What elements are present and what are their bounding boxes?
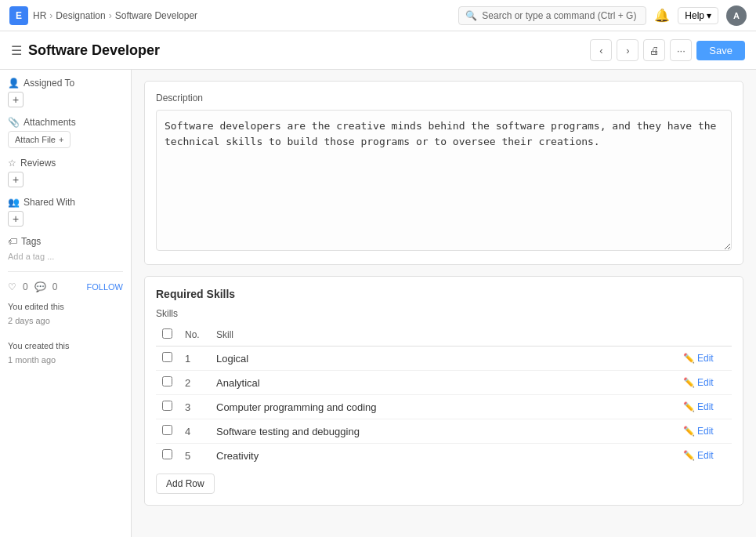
- page-header: ☰ Software Developer ‹ › 🖨 ··· Save: [0, 31, 756, 70]
- add-tag-placeholder[interactable]: Add a tag ...: [8, 252, 54, 261]
- table-row: 5 Creativity ✏️ Edit: [156, 444, 732, 468]
- row-checkbox[interactable]: [162, 425, 172, 435]
- row-no: 3: [179, 395, 210, 419]
- help-label: Help: [685, 10, 704, 21]
- breadcrumb: HR › Designation › Software Developer: [33, 10, 197, 21]
- follow-section: ♡ 0 💬 0 FOLLOW: [8, 278, 123, 292]
- activity-section: You edited this 2 days ago You created t…: [8, 300, 123, 367]
- skills-section-label: Skills: [156, 308, 732, 319]
- reviews-label: Reviews: [20, 158, 56, 169]
- row-skill: Creativity: [210, 444, 677, 468]
- pencil-icon: ✏️: [683, 401, 695, 412]
- main-content: Description Software developers are the …: [132, 70, 756, 537]
- description-label: Description: [156, 93, 732, 103]
- topnav: E HR › Designation › Software Developer …: [0, 0, 756, 31]
- sidebar-reviews: ☆ Reviews +: [8, 158, 123, 187]
- row-checkbox[interactable]: [162, 401, 172, 411]
- layout: 👤 Assigned To + 📎 Attachments Attach Fil…: [0, 70, 756, 537]
- row-checkbox-cell: [156, 347, 179, 371]
- description-textarea[interactable]: Software developers are the creative min…: [156, 110, 732, 251]
- sidebar-tags: 🏷 Tags Add a tag ...: [8, 236, 123, 262]
- th-checkbox: [156, 324, 179, 347]
- row-action: ✏️ Edit: [677, 347, 732, 371]
- menu-icon[interactable]: ☰: [11, 43, 22, 58]
- heart-icon: ♡: [8, 281, 16, 292]
- row-checkbox[interactable]: [162, 449, 172, 459]
- th-skill: Skill: [210, 324, 677, 347]
- add-assigned-button[interactable]: +: [8, 92, 24, 107]
- avatar[interactable]: A: [726, 5, 747, 26]
- page-title: Software Developer: [28, 42, 160, 59]
- search-box[interactable]: 🔍 Search or type a command (Ctrl + G): [458, 6, 646, 25]
- attach-file-label: Attach File: [15, 135, 56, 144]
- add-shared-button[interactable]: +: [8, 211, 24, 227]
- pencil-icon: ✏️: [683, 450, 695, 461]
- sidebar-divider: [8, 271, 123, 272]
- row-checkbox-cell: [156, 395, 179, 419]
- th-action: [677, 324, 732, 347]
- tag-icon: 🏷: [8, 236, 17, 247]
- add-row-button[interactable]: Add Row: [156, 474, 215, 494]
- add-review-button[interactable]: +: [8, 172, 24, 187]
- activity-time-2: 1 month ago: [8, 355, 56, 365]
- activity-action-2: You created this: [8, 341, 69, 350]
- edit-button[interactable]: ✏️ Edit: [683, 401, 714, 412]
- attachments-label: Attachments: [24, 117, 76, 128]
- edit-label: Edit: [697, 401, 714, 412]
- search-placeholder: Search or type a command (Ctrl + G): [482, 10, 636, 21]
- attach-file-button[interactable]: Attach File +: [8, 131, 71, 148]
- topnav-right: 🔍 Search or type a command (Ctrl + G) 🔔 …: [458, 5, 747, 26]
- row-action: ✏️ Edit: [677, 444, 732, 468]
- follow-button[interactable]: FOLLOW: [87, 282, 123, 292]
- edit-button[interactable]: ✏️ Edit: [683, 450, 714, 461]
- paperclip-icon: 📎: [8, 117, 20, 128]
- breadcrumb-hr[interactable]: HR: [33, 10, 46, 21]
- print-button[interactable]: 🖨: [643, 39, 665, 61]
- save-button[interactable]: Save: [696, 41, 745, 60]
- row-skill: Logical: [210, 347, 677, 371]
- comments-count: 0: [52, 281, 58, 292]
- prev-button[interactable]: ‹: [590, 39, 612, 61]
- table-row: 4 Software testing and debugging ✏️ Edit: [156, 419, 732, 444]
- row-no: 2: [179, 371, 210, 395]
- comment-icon: 💬: [34, 281, 46, 292]
- app-icon[interactable]: E: [9, 6, 28, 25]
- edit-button[interactable]: ✏️ Edit: [683, 353, 714, 364]
- sidebar-shared-with: 👥 Shared With +: [8, 197, 123, 227]
- row-no: 1: [179, 347, 210, 371]
- activity-action-1: You edited this: [8, 302, 64, 311]
- page-header-left: ☰ Software Developer: [11, 42, 160, 59]
- row-checkbox-cell: [156, 371, 179, 395]
- edit-button[interactable]: ✏️ Edit: [683, 426, 714, 437]
- assigned-to-label: Assigned To: [24, 78, 74, 89]
- edit-label: Edit: [697, 426, 714, 437]
- activity-item-2: You created this 1 month ago: [8, 339, 123, 367]
- activity-time-1: 2 days ago: [8, 316, 50, 325]
- notification-button[interactable]: 🔔: [654, 8, 670, 23]
- row-action: ✏️ Edit: [677, 419, 732, 444]
- row-checkbox-cell: [156, 444, 179, 468]
- select-all-checkbox[interactable]: [162, 328, 172, 339]
- group-icon: 👥: [8, 197, 20, 208]
- star-icon: ☆: [8, 158, 16, 169]
- tags-label: Tags: [21, 236, 41, 247]
- shared-with-label: Shared With: [24, 197, 75, 208]
- pencil-icon: ✏️: [683, 426, 695, 437]
- row-skill: Analytical: [210, 371, 677, 395]
- next-button[interactable]: ›: [617, 39, 638, 61]
- table-row: 1 Logical ✏️ Edit: [156, 347, 732, 371]
- chevron-down-icon: ▾: [707, 10, 711, 21]
- table-header-row: No. Skill: [156, 324, 732, 347]
- table-row: 2 Analytical ✏️ Edit: [156, 371, 732, 395]
- th-no: No.: [179, 324, 210, 347]
- help-button[interactable]: Help ▾: [678, 7, 718, 24]
- required-skills-card: Required Skills Skills No. Skill: [144, 276, 743, 506]
- more-options-button[interactable]: ···: [670, 39, 692, 61]
- skills-table: No. Skill 1 Logical ✏️ Edit: [156, 324, 732, 467]
- required-skills-title: Required Skills: [156, 288, 732, 300]
- edit-button[interactable]: ✏️ Edit: [683, 377, 714, 388]
- row-no: 5: [179, 444, 210, 468]
- row-checkbox[interactable]: [162, 352, 172, 362]
- breadcrumb-designation[interactable]: Designation: [56, 10, 105, 21]
- row-checkbox[interactable]: [162, 376, 172, 386]
